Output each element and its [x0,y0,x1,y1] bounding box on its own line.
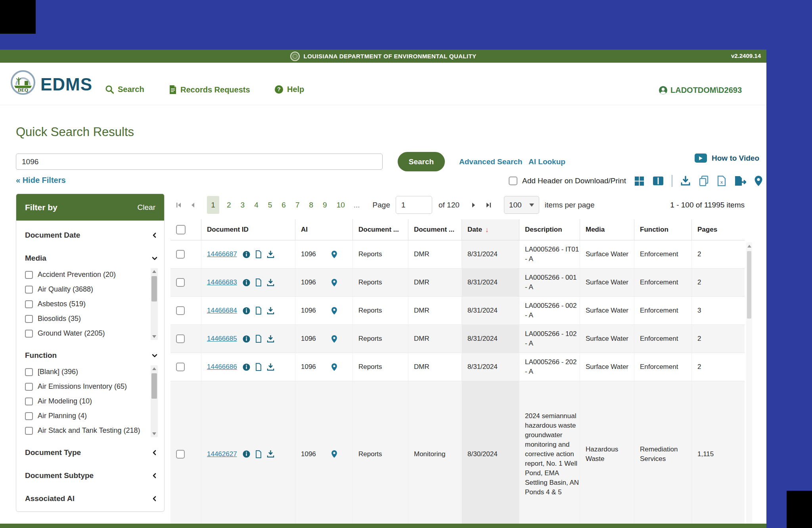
col-pages[interactable]: Pages [692,219,745,240]
col-media[interactable]: Media [580,219,634,240]
page-number-9[interactable]: 9 [323,201,327,209]
download-icon[interactable] [267,363,274,371]
download-icon[interactable] [267,251,274,258]
row-checkbox[interactable] [176,306,185,315]
document-icon[interactable] [255,335,262,343]
filter-option[interactable]: Air Modeling (10) [25,394,147,409]
search-input[interactable] [16,154,383,170]
filter-option[interactable]: Ground Water (2205) [25,326,147,341]
map-pin-icon[interactable] [331,307,337,315]
page-number-7[interactable]: 7 [295,201,300,209]
media-list-scrollbar[interactable] [151,268,158,340]
add-header-checkbox[interactable] [509,177,517,185]
download-icon[interactable] [267,307,274,315]
filter-section-function[interactable]: Function [25,347,158,364]
map-pin-icon[interactable] [331,278,337,287]
nav-records-requests[interactable]: Records Requests [169,85,250,94]
info-icon[interactable] [243,450,250,458]
grid-view-icon[interactable] [634,176,645,186]
items-per-page-select[interactable]: 100 [504,196,539,214]
col-document-id[interactable]: Document ID [201,219,295,240]
filter-section-associated-ai[interactable]: Associated AI [25,490,158,507]
filter-section-media[interactable]: Media [25,250,158,267]
filter-option[interactable]: [Blank] (396) [25,365,147,379]
col-document-subtype[interactable]: Document ... [408,219,462,240]
checkbox[interactable] [25,412,33,420]
previous-page-button[interactable] [190,202,195,208]
document-icon[interactable] [255,307,262,315]
row-checkbox[interactable] [176,334,185,343]
row-checkbox[interactable] [176,250,185,259]
function-list-scrollbar[interactable] [151,365,158,437]
col-ai[interactable]: AI [295,219,353,240]
filter-clear-button[interactable]: Clear [138,203,155,212]
checkbox[interactable] [25,330,33,338]
page-number-2[interactable]: 2 [227,201,231,209]
page-number-8[interactable]: 8 [309,201,313,209]
nav-help[interactable]: ? Help [274,85,304,94]
how-to-video-link[interactable]: How to Video [695,154,759,163]
document-icon[interactable] [255,363,262,371]
page-number-4[interactable]: 4 [254,201,259,209]
checkbox[interactable] [25,315,33,323]
filter-section-document-type[interactable]: Document Type [25,444,158,461]
filter-option[interactable]: Air Planning (4) [25,409,147,423]
filter-option[interactable]: Biosolids (35) [25,311,147,326]
document-id-link[interactable]: 14462627 [207,450,237,458]
page-number-1[interactable]: 1 [207,196,219,214]
filter-option[interactable]: Accident Prevention (20) [25,267,147,282]
checkbox[interactable] [25,300,33,308]
map-pin-icon[interactable] [754,175,763,186]
ai-lookup-link[interactable]: AI Lookup [529,157,565,166]
page-number-10[interactable]: 10 [337,201,345,209]
copy-icon[interactable] [699,175,709,186]
filter-option[interactable]: Asbestos (519) [25,297,147,311]
excel-export-icon[interactable]: x [717,175,726,186]
col-document-type[interactable]: Document ... [353,219,408,240]
nav-search[interactable]: Search [105,85,144,94]
row-checkbox[interactable] [176,278,185,287]
map-pin-icon[interactable] [331,450,337,458]
map-pin-icon[interactable] [331,363,337,371]
page-number-5[interactable]: 5 [268,201,272,209]
page-number-3[interactable]: 3 [241,201,245,209]
info-icon[interactable] [243,335,250,343]
table-scrollbar[interactable] [746,242,752,526]
checkbox[interactable] [25,427,33,435]
search-button[interactable]: Search [398,152,445,171]
checkbox[interactable] [25,397,33,405]
col-description[interactable]: Description [519,219,580,240]
map-pin-icon[interactable] [331,250,337,259]
info-icon[interactable] [243,307,250,315]
advanced-search-link[interactable]: Advanced Search [459,157,522,166]
select-all-checkbox[interactable] [176,225,186,234]
download-icon[interactable] [267,450,274,458]
checkbox[interactable] [25,271,33,279]
filter-section-document-subtype[interactable]: Document Subtype [25,467,158,484]
download-icon[interactable] [267,335,274,343]
filter-option[interactable]: Air Emissions Inventory (65) [25,379,147,394]
col-date[interactable]: Date↓ [462,219,519,240]
user-menu[interactable]: LADOTDOM\D2693 [659,86,742,95]
row-checkbox[interactable] [176,450,185,459]
document-icon[interactable] [255,250,262,258]
info-icon[interactable] [243,251,250,258]
download-icon[interactable] [267,279,274,286]
download-icon[interactable] [680,176,691,186]
document-id-link[interactable]: 14466686 [207,363,237,371]
document-id-link[interactable]: 14466683 [207,278,237,286]
first-page-button[interactable] [176,202,182,208]
checkbox[interactable] [25,368,33,376]
checkbox[interactable] [25,383,33,391]
checkbox[interactable] [25,286,33,294]
next-page-button[interactable] [471,202,476,208]
map-pin-icon[interactable] [331,335,337,343]
col-function[interactable]: Function [634,219,692,240]
export-document-icon[interactable] [734,175,746,186]
filter-option[interactable]: Air Quality (3688) [25,282,147,297]
filter-section-document-date[interactable]: Document Date [25,227,158,244]
hide-filters-link[interactable]: « Hide Filters [16,176,66,185]
document-icon[interactable] [255,450,262,458]
row-checkbox[interactable] [176,363,185,371]
page-input[interactable] [396,196,432,214]
